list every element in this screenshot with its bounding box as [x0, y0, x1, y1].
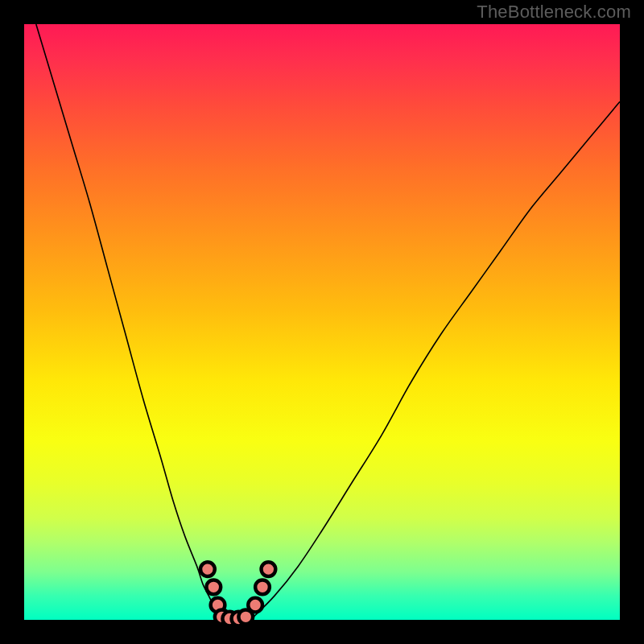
- data-marker: [200, 562, 215, 576]
- curve-right-branch: [250, 101, 620, 620]
- watermark-text: TheBottleneck.com: [477, 2, 631, 23]
- data-marker: [248, 598, 262, 613]
- data-marker: [262, 562, 276, 576]
- chart-frame: TheBottleneck.com: [0, 0, 644, 644]
- curve-layer: [24, 24, 620, 620]
- data-marker: [255, 580, 270, 594]
- data-marker: [206, 580, 221, 594]
- curve-left-branch: [36, 24, 221, 620]
- marker-group: [200, 562, 275, 625]
